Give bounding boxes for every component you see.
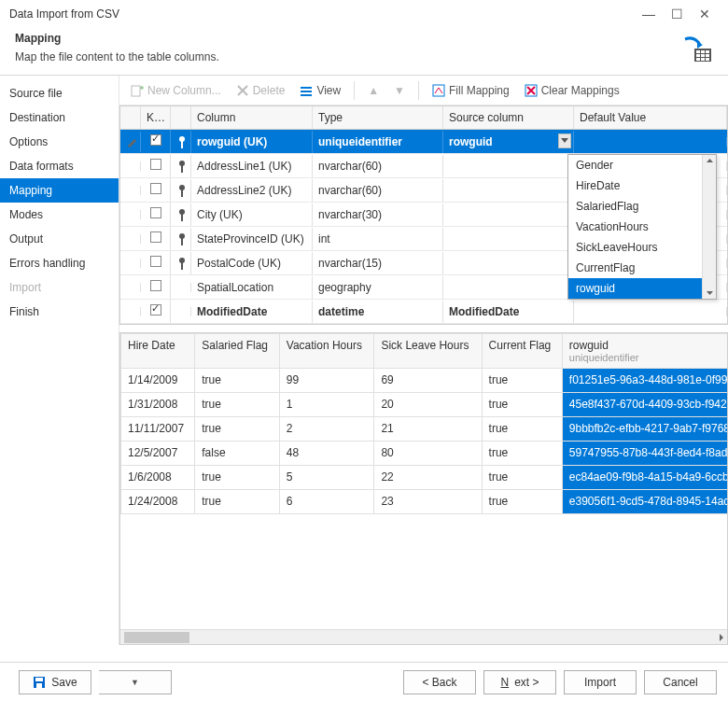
col-header-default[interactable]: Default Value [574,106,727,129]
col-header-type[interactable]: Type [313,106,443,129]
back-button[interactable]: < Back [403,670,476,694]
preview-cell: 1 [279,393,374,417]
svg-rect-29 [181,214,183,221]
preview-cell: 48 [279,442,374,466]
dropdown-scrollbar[interactable] [702,155,716,299]
svg-rect-16 [301,91,312,92]
key-checkbox[interactable] [141,251,171,274]
source-column-cell[interactable] [443,283,574,292]
preview-column-header[interactable]: Hire Date [121,334,195,369]
close-button[interactable]: ✕ [691,7,719,21]
key-checkbox[interactable] [141,178,171,202]
preview-cell: true [195,393,280,417]
preview-column-header[interactable]: Current Flag [482,334,562,369]
sidebar-item-source-file[interactable]: Source file [0,81,119,105]
dropdown-item[interactable]: SalariedFlag [568,196,716,217]
dropdown-item[interactable]: CurrentFlag [568,258,716,278]
maximize-button[interactable]: ☐ [663,7,691,21]
move-up-button[interactable]: ▲ [362,81,385,100]
fill-mapping-icon [432,84,445,97]
source-column-cell[interactable] [443,161,574,171]
save-button[interactable]: Save [19,670,91,694]
preview-column-header[interactable]: Vacation Hours [279,334,374,369]
svg-rect-15 [301,87,312,89]
dropdown-item[interactable]: SickLeaveHours [568,237,716,258]
source-column-cell[interactable] [443,234,574,244]
mapping-toolbar: New Column... Delete View ▲ ▼ Fill Mappi… [119,76,728,105]
move-down-button[interactable]: ▼ [388,81,411,100]
col-header-source[interactable]: Source column [443,106,574,129]
preview-cell: true [195,466,280,490]
mapping-row[interactable]: rowguid (UK)uniqueidentifierrowguid [120,130,727,154]
preview-row[interactable]: 1/31/2008true120true45e8f437-670d-4409-9… [121,393,729,417]
wizard-footer: Save ▼ < Back Next > Import Cancel [0,662,728,701]
dropdown-arrow[interactable] [558,133,571,148]
next-button[interactable]: Next > [483,670,556,694]
sidebar-item-finish[interactable]: Finish [0,300,119,324]
key-icon [171,252,191,274]
preview-cell: true [482,466,562,490]
svg-rect-4 [696,54,700,57]
dropdown-item[interactable]: VacationHours [568,217,716,237]
col-header-column[interactable]: Column [191,106,313,129]
fill-mapping-button[interactable]: Fill Mapping [427,81,515,100]
minimize-button[interactable]: — [635,7,663,21]
sidebar-item-output[interactable]: Output [0,227,119,251]
clear-mappings-button[interactable]: Clear Mappings [519,81,625,100]
cancel-button[interactable]: Cancel [644,670,717,694]
column-type: nvarchar(60) [313,179,443,202]
column-type: geography [313,276,443,299]
key-checkbox[interactable] [141,203,171,226]
sidebar-item-options[interactable]: Options [0,130,119,154]
col-header-key[interactable]: Key [141,106,171,129]
delete-button[interactable]: Delete [231,81,291,100]
preview-cell: 5 [279,466,374,490]
preview-column-header[interactable]: Sick Leave Hours [374,334,482,369]
row-edit-indicator [120,186,141,195]
sidebar-item-import: Import [0,275,119,300]
sidebar-item-errors-handling[interactable]: Errors handling [0,251,119,275]
sidebar-item-data-formats[interactable]: Data formats [0,154,119,178]
page-title: Mapping [15,32,681,45]
svg-rect-6 [706,54,709,57]
preview-column-header[interactable]: Salaried Flag [195,334,280,369]
preview-row[interactable]: 1/6/2008true522trueec84ae09-f9b8-4a15-b4… [121,466,729,490]
dropdown-item[interactable]: rowguid▼ [568,278,716,299]
key-checkbox[interactable] [141,275,171,299]
preview-cell: f01251e5-96a3-448d-981e-0f99d789110d [562,369,728,393]
preview-cell: 22 [374,466,482,490]
save-dropdown-button[interactable]: ▼ [99,670,172,694]
preview-cell: e39056f1-9cd5-478d-8945-14aca7fbdcdd [562,490,728,514]
svg-rect-9 [706,58,709,61]
new-column-button[interactable]: New Column... [125,81,227,100]
preview-h-scrollbar[interactable] [120,629,727,644]
key-checkbox[interactable] [141,227,171,250]
default-value-cell[interactable] [574,307,727,316]
view-button[interactable]: View [294,81,346,100]
key-checkbox[interactable] [141,130,171,153]
preview-row[interactable]: 12/5/2007false4880true59747955-87b8-443f… [121,442,729,466]
sidebar-item-mapping[interactable]: Mapping [0,178,119,203]
import-button[interactable]: Import [564,670,637,694]
key-checkbox[interactable] [141,154,171,177]
source-column-cell[interactable] [443,210,574,219]
preview-column-header[interactable]: rowguiduniqueidentifier [562,334,728,369]
default-value-cell[interactable] [574,137,727,147]
source-column-dropdown[interactable]: GenderHireDateSalariedFlagVacationHoursS… [567,154,717,300]
source-column-cell[interactable] [443,186,574,195]
dropdown-item[interactable]: HireDate [568,175,716,196]
source-column-cell[interactable]: rowguid [443,131,574,153]
dropdown-item[interactable]: Gender [568,155,716,175]
preview-row[interactable]: 11/11/2007true221true9bbbfb2c-efbb-4217-… [121,417,729,442]
preview-row[interactable]: 1/14/2009true9969truef01251e5-96a3-448d-… [121,369,729,393]
sidebar-item-destination[interactable]: Destination [0,105,119,130]
preview-row[interactable]: 1/24/2008true623truee39056f1-9cd5-478d-8… [121,490,729,514]
source-column-cell[interactable] [443,259,574,268]
mapping-row[interactable]: ModifiedDatedatetimeModifiedDate [120,300,727,324]
source-column-cell[interactable]: ModifiedDate [443,301,574,323]
key-checkbox[interactable] [141,300,171,323]
key-icon [171,131,191,153]
column-type: nvarchar(60) [313,155,443,177]
sidebar-item-modes[interactable]: Modes [0,203,119,227]
preview-grid[interactable]: Hire DateSalaried FlagVacation HoursSick… [119,332,728,645]
